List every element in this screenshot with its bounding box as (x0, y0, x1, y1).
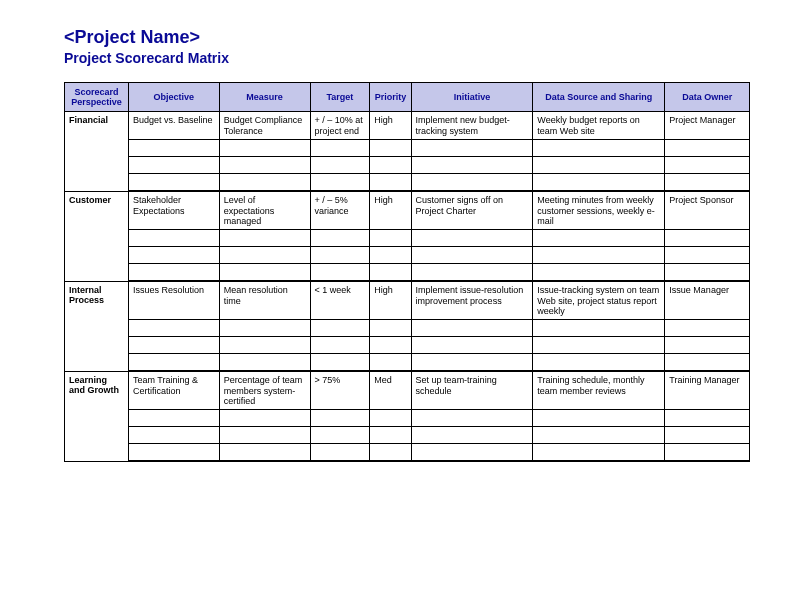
data_source-cell (533, 427, 665, 444)
perspective-cell: Financial (65, 112, 129, 191)
target-cell (310, 157, 370, 174)
objective-cell (128, 247, 219, 264)
table-row (65, 320, 750, 337)
target-cell: + / – 5% variance (310, 191, 370, 230)
data_source-cell: Issue-tracking system on team Web site, … (533, 281, 665, 320)
objective-cell (128, 157, 219, 174)
priority-cell (370, 320, 411, 337)
target-cell (310, 320, 370, 337)
objective-cell (128, 320, 219, 337)
table-row: Learning and GrowthTeam Training & Certi… (65, 371, 750, 410)
table-row (65, 337, 750, 354)
col-owner: Data Owner (665, 82, 750, 112)
owner-cell (665, 444, 750, 462)
target-cell (310, 444, 370, 462)
table-row (65, 410, 750, 427)
table-row (65, 230, 750, 247)
table-row (65, 174, 750, 192)
target-cell (310, 264, 370, 282)
owner-cell: Training Manager (665, 371, 750, 410)
table-row (65, 157, 750, 174)
col-objective: Objective (128, 82, 219, 112)
measure-cell (219, 157, 310, 174)
priority-cell (370, 410, 411, 427)
col-initiative: Initiative (411, 82, 533, 112)
initiative-cell (411, 140, 533, 157)
initiative-cell (411, 174, 533, 192)
initiative-cell: Implement issue-resolution improvement p… (411, 281, 533, 320)
initiative-cell (411, 337, 533, 354)
objective-cell (128, 410, 219, 427)
objective-cell: Team Training & Certification (128, 371, 219, 410)
data_source-cell: Training schedule, monthly team member r… (533, 371, 665, 410)
measure-cell (219, 354, 310, 372)
data_source-cell (533, 157, 665, 174)
table-row (65, 247, 750, 264)
perspective-cell: Learning and Growth (65, 371, 129, 461)
owner-cell (665, 230, 750, 247)
initiative-cell (411, 354, 533, 372)
priority-cell (370, 354, 411, 372)
priority-cell (370, 427, 411, 444)
initiative-cell (411, 320, 533, 337)
table-row (65, 140, 750, 157)
project-name-title: <Project Name> (64, 28, 750, 48)
data_source-cell: Meeting minutes from weekly customer ses… (533, 191, 665, 230)
initiative-cell (411, 230, 533, 247)
objective-cell (128, 230, 219, 247)
owner-cell (665, 410, 750, 427)
measure-cell (219, 230, 310, 247)
owner-cell (665, 320, 750, 337)
data_source-cell (533, 140, 665, 157)
priority-cell (370, 264, 411, 282)
objective-cell (128, 140, 219, 157)
objective-cell: Stakeholder Expectations (128, 191, 219, 230)
priority-cell (370, 247, 411, 264)
measure-cell: Level of expectations managed (219, 191, 310, 230)
initiative-cell: Customer signs off on Project Charter (411, 191, 533, 230)
measure-cell: Budget Compliance Tolerance (219, 112, 310, 140)
owner-cell: Issue Manager (665, 281, 750, 320)
objective-cell: Budget vs. Baseline (128, 112, 219, 140)
measure-cell (219, 320, 310, 337)
data_source-cell (533, 264, 665, 282)
table-row (65, 264, 750, 282)
priority-cell: Med (370, 371, 411, 410)
owner-cell (665, 140, 750, 157)
priority-cell (370, 157, 411, 174)
objective-cell (128, 174, 219, 192)
measure-cell (219, 427, 310, 444)
measure-cell (219, 444, 310, 462)
measure-cell: Mean resolution time (219, 281, 310, 320)
owner-cell (665, 264, 750, 282)
document-page: <Project Name> Project Scorecard Matrix … (0, 0, 802, 502)
target-cell (310, 140, 370, 157)
table-row (65, 427, 750, 444)
col-perspective: Scorecard Perspective (65, 82, 129, 112)
measure-cell: Percentage of team members system-certif… (219, 371, 310, 410)
data_source-cell (533, 320, 665, 337)
initiative-cell: Implement new budget-tracking system (411, 112, 533, 140)
priority-cell: High (370, 191, 411, 230)
table-row: Internal ProcessIssues ResolutionMean re… (65, 281, 750, 320)
initiative-cell (411, 410, 533, 427)
data_source-cell (533, 444, 665, 462)
initiative-cell (411, 157, 533, 174)
data_source-cell (533, 410, 665, 427)
col-measure: Measure (219, 82, 310, 112)
initiative-cell (411, 247, 533, 264)
data_source-cell (533, 174, 665, 192)
table-row (65, 444, 750, 462)
owner-cell (665, 427, 750, 444)
objective-cell (128, 264, 219, 282)
table-row (65, 354, 750, 372)
priority-cell: High (370, 281, 411, 320)
owner-cell: Project Manager (665, 112, 750, 140)
perspective-cell: Internal Process (65, 281, 129, 371)
target-cell: < 1 week (310, 281, 370, 320)
priority-cell (370, 444, 411, 462)
priority-cell (370, 337, 411, 354)
measure-cell (219, 174, 310, 192)
data_source-cell: Weekly budget reports on team Web site (533, 112, 665, 140)
col-target: Target (310, 82, 370, 112)
